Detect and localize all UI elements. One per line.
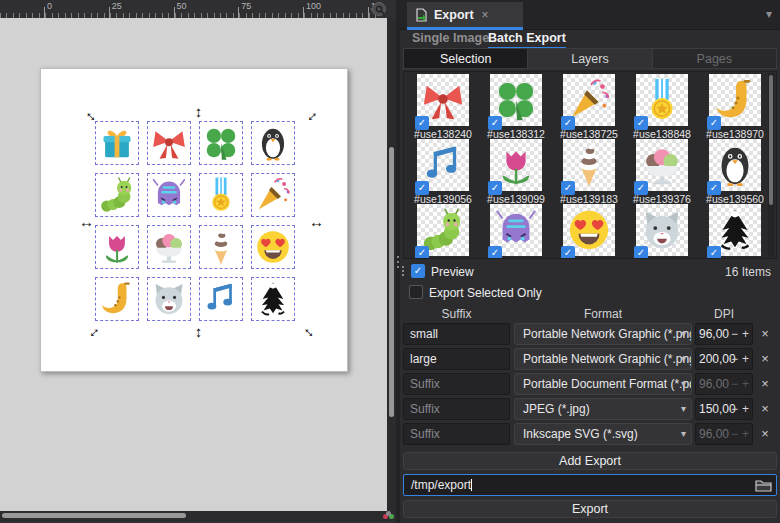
- tab-batch-export[interactable]: Batch Export: [488, 31, 566, 49]
- suffix-input[interactable]: small: [403, 323, 510, 345]
- batch-item-checkbox[interactable]: ✓: [488, 181, 502, 195]
- canvas-object-inkscape-logo[interactable]: [251, 277, 295, 321]
- dpi-increase-button[interactable]: +: [742, 399, 749, 419]
- horizontal-scrollbar-thumb[interactable]: [2, 513, 186, 518]
- batch-item[interactable]: ✓#use139056: [408, 139, 478, 205]
- dpi-increase-button[interactable]: +: [742, 424, 749, 444]
- export-selected-only-checkbox[interactable]: [409, 285, 423, 299]
- remove-export-button[interactable]: ×: [757, 351, 773, 367]
- canvas-object-tulip[interactable]: [95, 225, 139, 269]
- selection-scale-handle[interactable]: ↔: [79, 216, 94, 228]
- canvas-object-medal[interactable]: [199, 173, 243, 217]
- vertical-scrollbar-thumb[interactable]: [389, 147, 394, 417]
- batch-item-preview[interactable]: ✓: [709, 204, 761, 256]
- canvas-object-octopus[interactable]: [147, 173, 191, 217]
- batch-item-checkbox[interactable]: ✓: [561, 181, 575, 195]
- batch-item-preview[interactable]: ✓: [417, 74, 469, 126]
- batch-item-preview[interactable]: ✓: [709, 74, 761, 126]
- batch-item[interactable]: ✓#use138240: [408, 74, 478, 140]
- batch-item-preview[interactable]: ✓: [709, 139, 761, 191]
- remove-export-button[interactable]: ×: [757, 401, 773, 417]
- remove-export-button[interactable]: ×: [757, 426, 773, 442]
- format-select[interactable]: JPEG (*.jpg)▾: [514, 398, 692, 420]
- batch-item-checkbox[interactable]: ✓: [488, 246, 502, 259]
- suffix-input[interactable]: Suffix: [403, 398, 510, 420]
- batch-item-preview[interactable]: ✓: [636, 204, 688, 256]
- batch-item-checkbox[interactable]: ✓: [634, 246, 648, 259]
- batch-item[interactable]: ✓#use138848: [627, 74, 697, 140]
- canvas-object-caterpillar[interactable]: [95, 173, 139, 217]
- batch-item[interactable]: ✓#use140027: [627, 204, 697, 259]
- selection-scale-handle[interactable]: ↔: [301, 105, 320, 124]
- batch-item[interactable]: ✓#inkscape-logo: [700, 204, 770, 259]
- batch-item-preview[interactable]: ✓: [563, 74, 615, 126]
- export-path-input[interactable]: /tmp/export: [403, 474, 777, 496]
- format-select[interactable]: Inkscape SVG (*.svg)▾: [514, 423, 692, 445]
- tab-pages[interactable]: Pages: [653, 49, 776, 68]
- batch-item-checkbox[interactable]: ✓: [561, 246, 575, 259]
- batch-item-checkbox[interactable]: ✓: [415, 246, 429, 259]
- dpi-spinner[interactable]: 96,00−+: [695, 423, 753, 445]
- add-export-button[interactable]: Add Export: [403, 452, 777, 470]
- export-dialog-tab[interactable]: Export ×: [407, 2, 523, 30]
- batch-item-preview[interactable]: ✓: [563, 204, 615, 256]
- batch-item-checkbox[interactable]: ✓: [634, 116, 648, 130]
- suffix-input[interactable]: Suffix: [403, 423, 510, 445]
- selection-scale-handle[interactable]: ↔: [195, 326, 207, 341]
- dpi-spinner[interactable]: 96,00−+: [695, 373, 753, 395]
- canvas-object-saxophone[interactable]: [95, 277, 139, 321]
- chevron-down-icon[interactable]: ▾: [766, 7, 772, 21]
- canvas-object-cat[interactable]: [147, 277, 191, 321]
- batch-item-preview[interactable]: ✓: [490, 204, 542, 256]
- tab-close-icon[interactable]: ×: [482, 8, 489, 22]
- batch-item[interactable]: ✓#use139376: [627, 139, 697, 205]
- export-button[interactable]: Export: [403, 500, 777, 518]
- document-page[interactable]: ↔↔↔↔↔↔↔↔: [40, 68, 348, 372]
- dpi-increase-button[interactable]: +: [742, 324, 749, 344]
- batch-item-preview[interactable]: ✓: [636, 139, 688, 191]
- canvas-object-heart-eyes[interactable]: [251, 225, 295, 269]
- dpi-decrease-button[interactable]: −: [731, 324, 738, 344]
- canvas-object-soft-ice-cream[interactable]: [199, 225, 243, 269]
- canvas-object-music-notes[interactable]: [199, 277, 243, 321]
- format-select[interactable]: Portable Network Graphic (*.png)▾: [514, 323, 692, 345]
- batch-item[interactable]: ✓#use138970: [700, 74, 770, 140]
- selection-scale-handle[interactable]: ↔: [309, 216, 324, 228]
- format-select[interactable]: Portable Document Format (*.pdf)▾: [514, 373, 692, 395]
- batch-item-checkbox[interactable]: ✓: [634, 181, 648, 195]
- dpi-spinner[interactable]: 150,00−+: [695, 398, 753, 420]
- batch-item-checkbox[interactable]: ✓: [707, 246, 721, 259]
- batch-item-checkbox[interactable]: ✓: [707, 181, 721, 195]
- batch-item-preview[interactable]: ✓: [636, 74, 688, 126]
- selection-scale-handle[interactable]: ↔: [195, 106, 207, 121]
- batch-item-preview[interactable]: ✓: [563, 139, 615, 191]
- batch-item-checkbox[interactable]: ✓: [415, 181, 429, 195]
- dpi-spinner[interactable]: 96,00−+: [695, 323, 753, 345]
- remove-export-button[interactable]: ×: [757, 376, 773, 392]
- dpi-increase-button[interactable]: +: [742, 349, 749, 369]
- batch-item[interactable]: ✓#use139099: [481, 139, 551, 205]
- batch-item[interactable]: ✓#use139958: [554, 204, 624, 259]
- canvas-vertical-scrollbar[interactable]: [387, 18, 396, 511]
- dpi-increase-button[interactable]: +: [742, 374, 749, 394]
- canvas[interactable]: ↔↔↔↔↔↔↔↔: [0, 18, 387, 511]
- horizontal-ruler[interactable]: 0255075100125: [0, 0, 382, 18]
- format-select[interactable]: Portable Network Graphic (*.png)▾: [514, 348, 692, 370]
- dpi-decrease-button[interactable]: −: [731, 349, 738, 369]
- batch-item[interactable]: ✓#use139560: [700, 139, 770, 205]
- batch-item[interactable]: ✓#use139183: [554, 139, 624, 205]
- preview-checkbox[interactable]: ✓: [411, 264, 425, 278]
- batch-item-checkbox[interactable]: ✓: [415, 116, 429, 130]
- batch-item[interactable]: ✓#use138312: [481, 74, 551, 140]
- batch-item[interactable]: ✓#use138725: [554, 74, 624, 140]
- suffix-input[interactable]: Suffix: [403, 373, 510, 395]
- suffix-input[interactable]: large: [403, 348, 510, 370]
- remove-export-button[interactable]: ×: [757, 326, 773, 342]
- canvas-object-clover[interactable]: [199, 121, 243, 165]
- pane-resize-grip[interactable]: [402, 266, 404, 268]
- dpi-spinner[interactable]: 200,00−+: [695, 348, 753, 370]
- canvas-object-ice-cream-bowl[interactable]: [147, 225, 191, 269]
- tab-layers[interactable]: Layers: [527, 49, 652, 68]
- selection-scale-handle[interactable]: ↔: [301, 321, 320, 340]
- batch-item-checkbox[interactable]: ✓: [561, 116, 575, 130]
